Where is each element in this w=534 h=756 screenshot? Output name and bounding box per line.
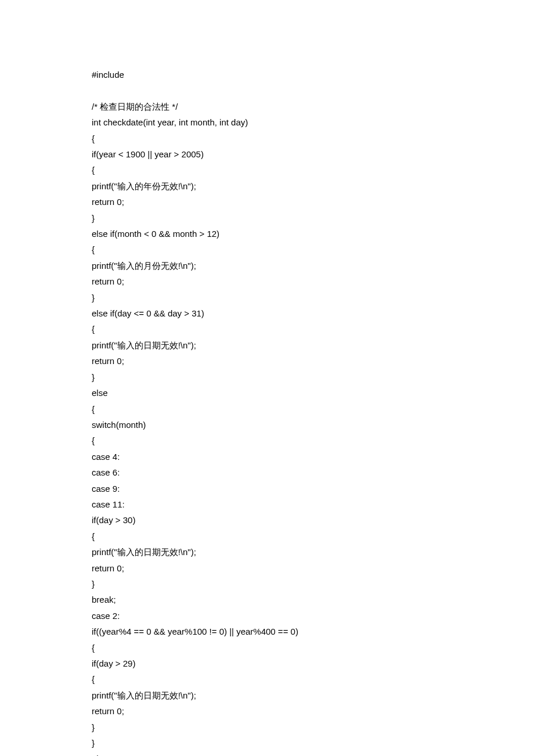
- code-line: printf("输入的日期无效!\n");: [92, 337, 534, 353]
- code-line: }: [92, 735, 534, 751]
- code-line: }: [92, 719, 534, 735]
- code-line: {: [92, 242, 534, 257]
- code-line: {: [92, 401, 534, 417]
- code-line: printf("输入的月份无效!\n");: [92, 258, 534, 273]
- code-line: }: [92, 576, 534, 592]
- code-line: printf("输入的年份无效!\n");: [92, 178, 534, 194]
- code-line: #include: [92, 67, 534, 82]
- code-line: return 0;: [92, 273, 534, 289]
- code-line: if(day > 29): [92, 656, 534, 671]
- code-line: if(year < 1900 || year > 2005): [92, 146, 534, 162]
- code-line: case 11:: [92, 496, 534, 512]
- code-block: #include /* 检查日期的合法性 */ int checkdate(in…: [92, 67, 534, 756]
- code-line: return 0;: [92, 194, 534, 210]
- code-line: {: [92, 640, 534, 656]
- code-line: }: [92, 369, 534, 385]
- code-line: return 0;: [92, 560, 534, 576]
- code-line: switch(month): [92, 417, 534, 433]
- code-line: return 0;: [92, 703, 534, 719]
- code-line: else: [92, 751, 534, 756]
- code-line: {: [92, 321, 534, 337]
- code-line: case 9:: [92, 481, 534, 496]
- code-line: else if(day <= 0 && day > 31): [92, 305, 534, 321]
- code-line: {: [92, 528, 534, 544]
- code-line: /* 检查日期的合法性 */: [92, 99, 534, 114]
- code-line: {: [92, 433, 534, 448]
- code-line: {: [92, 131, 534, 146]
- code-line: else: [92, 385, 534, 401]
- code-line: printf("输入的日期无效!\n");: [92, 687, 534, 703]
- code-line: return 0;: [92, 353, 534, 369]
- code-line: case 6:: [92, 465, 534, 480]
- code-line: }: [92, 290, 534, 305]
- code-line: }: [92, 210, 534, 226]
- code-line: int checkdate(int year, int month, int d…: [92, 114, 534, 130]
- code-line: if(day > 30): [92, 512, 534, 528]
- code-line: if((year%4 == 0 && year%100 != 0) || yea…: [92, 624, 534, 639]
- code-line: case 4:: [92, 449, 534, 465]
- code-line: else if(month < 0 && month > 12): [92, 226, 534, 242]
- code-line: {: [92, 671, 534, 687]
- code-line: printf("输入的日期无效!\n");: [92, 544, 534, 560]
- code-line: case 2:: [92, 608, 534, 624]
- code-line: {: [92, 162, 534, 178]
- document-page: #include /* 检查日期的合法性 */ int checkdate(in…: [0, 0, 534, 756]
- blank-line: [92, 82, 534, 98]
- code-line: break;: [92, 592, 534, 607]
